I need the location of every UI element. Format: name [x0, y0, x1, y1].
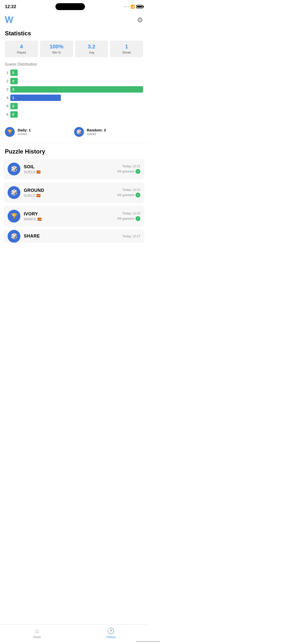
- puzzle-card-soil[interactable]: 🎲 SOIL SUELO 🇪🇸 Today, 12:21 3/6 guesses…: [4, 159, 144, 179]
- puzzle-meta-share: Today, 12:17: [122, 234, 140, 238]
- stats-grid: 4 Played 100% Win % 3.2 Avg 1 Streak: [0, 40, 148, 62]
- dist-row-1: 1 0: [5, 70, 143, 76]
- puzzle-meta-ground: Today, 12:21 4/6 guesses ✓: [117, 188, 140, 198]
- dist-bar-5: 0: [10, 103, 18, 109]
- puzzle-info-ivory: IVORY MARFIL 🇪🇸: [24, 212, 114, 221]
- stat-card-avg: 3.2 Avg: [75, 40, 108, 57]
- daily-icon: 🏆: [5, 127, 15, 137]
- stat-value-win: 100%: [49, 44, 63, 50]
- header: W ⚙: [0, 12, 148, 29]
- puzzle-time-share: Today, 12:17: [122, 234, 140, 238]
- stat-card-streak: 1 Streak: [110, 40, 143, 57]
- dist-bar-value-3: 3: [12, 88, 14, 91]
- stat-value-avg: 3.2: [88, 44, 95, 50]
- dist-bar-2: 0: [10, 78, 18, 84]
- puzzle-time-ground: Today, 12:21: [122, 188, 140, 192]
- puzzle-meta-soil: Today, 12:21 3/6 guesses ✓: [117, 164, 140, 174]
- dist-bar-container-2: 0: [10, 78, 143, 84]
- dist-num-2: 2: [5, 79, 8, 83]
- status-icons: 📶: [124, 5, 143, 8]
- status-time: 12:22: [5, 4, 16, 9]
- puzzle-card-ground[interactable]: 🎲 GROUND SUELO 🇪🇸 Today, 12:21 4/6 guess…: [4, 182, 144, 203]
- puzzle-info-soil: SOIL SUELO 🇪🇸: [24, 164, 114, 174]
- dist-bar-value-5: 0: [12, 104, 14, 108]
- stat-label-played: Played: [17, 51, 26, 54]
- logo-w: W: [5, 15, 13, 25]
- puzzle-guesses-ivory: 3/6 guesses ✓: [117, 216, 140, 221]
- puzzle-card-ivory[interactable]: 🏆 IVORY MARFIL 🇪🇸 Today, 12:20 3/6 guess…: [4, 206, 144, 226]
- dist-row-4: 4 1: [5, 94, 143, 101]
- check-badge-ground: ✓: [135, 192, 140, 198]
- stat-card-played: 4 Played: [5, 40, 38, 57]
- dist-num-6: 6: [5, 112, 8, 116]
- puzzle-info-ground: GROUND SUELO 🇪🇸: [24, 188, 114, 198]
- stat-card-win: 100% Win %: [40, 40, 73, 57]
- daily-sub: solved: [18, 132, 31, 136]
- status-bar: 12:22 📶: [0, 0, 148, 12]
- dist-row-6: 6 0: [5, 111, 143, 118]
- solved-random: 🎲 Random: 3 solved: [74, 127, 143, 137]
- puzzle-guesses-soil: 3/6 guesses ✓: [117, 169, 140, 174]
- signal-dots: [124, 6, 129, 7]
- dist-bar-container-1: 0: [10, 70, 143, 76]
- puzzle-history-title: Puzzle History: [0, 143, 148, 159]
- stat-value-played: 4: [20, 44, 23, 50]
- stat-label-streak: Streak: [122, 51, 131, 54]
- dist-num-5: 5: [5, 104, 8, 108]
- dist-bar-value-2: 0: [12, 79, 14, 83]
- stat-label-avg: Avg: [89, 51, 94, 54]
- puzzle-word-ivory: IVORY: [24, 212, 114, 217]
- dist-bar-container-4: 1: [10, 94, 143, 101]
- dist-bar-value-6: 0: [12, 112, 14, 116]
- puzzle-icon-soil: 🎲: [7, 162, 20, 175]
- dist-row-2: 2 0: [5, 78, 143, 84]
- solved-row: 🏆 Daily: 1 solved 🎲 Random: 3 solved: [0, 124, 148, 143]
- dist-num-3: 3: [5, 88, 8, 91]
- puzzle-word-share: SHARE: [24, 234, 119, 239]
- stat-label-win: Win %: [52, 51, 61, 54]
- dist-row-3: 3 3: [5, 86, 143, 92]
- puzzle-time-soil: Today, 12:21: [122, 164, 140, 168]
- dist-bar-3: 3: [10, 86, 143, 92]
- settings-icon[interactable]: ⚙: [137, 16, 143, 24]
- dist-num-4: 4: [5, 96, 8, 100]
- dynamic-island: [55, 3, 85, 10]
- distribution-title: Guess Distribution: [5, 62, 143, 66]
- puzzle-word-soil: SOIL: [24, 164, 114, 170]
- dist-bar-value-1: 0: [12, 71, 14, 75]
- puzzle-translation-ivory: MARFIL 🇪🇸: [24, 217, 114, 221]
- check-badge-soil: ✓: [135, 169, 140, 174]
- puzzle-translation-ground: SUELO 🇪🇸: [24, 194, 114, 198]
- daily-label: Daily: 1: [18, 128, 31, 132]
- dist-bar-6: 0: [10, 111, 18, 118]
- dist-bar-1: 0: [10, 70, 18, 76]
- dist-row-5: 5 0: [5, 103, 143, 109]
- puzzle-icon-share: 🎲: [7, 230, 20, 243]
- puzzle-guesses-ground: 4/6 guesses ✓: [117, 192, 140, 198]
- puzzle-time-ivory: Today, 12:20: [122, 212, 140, 215]
- puzzle-word-ground: GROUND: [24, 188, 114, 193]
- puzzle-card-share[interactable]: 🎲 SHARE Today, 12:17: [4, 230, 144, 243]
- check-badge-ivory: ✓: [135, 216, 140, 221]
- random-info: Random: 3 solved: [87, 128, 106, 136]
- dist-bar-container-6: 0: [10, 111, 143, 118]
- random-sub: solved: [87, 132, 106, 136]
- statistics-title: Statistics: [0, 29, 148, 40]
- puzzle-meta-ivory: Today, 12:20 3/6 guesses ✓: [117, 212, 140, 221]
- random-icon: 🎲: [74, 127, 84, 137]
- daily-info: Daily: 1 solved: [18, 128, 31, 136]
- puzzle-info-share: SHARE: [24, 234, 119, 239]
- dist-num-1: 1: [5, 71, 8, 75]
- guess-distribution: Guess Distribution 1 0 2 0 3 3: [0, 62, 148, 124]
- battery-icon: [136, 5, 143, 8]
- puzzle-icon-ivory: 🏆: [7, 210, 20, 222]
- solved-daily: 🏆 Daily: 1 solved: [5, 127, 74, 137]
- puzzle-translation-soil: SUELO 🇪🇸: [24, 170, 114, 174]
- dist-bar-container-5: 0: [10, 103, 143, 109]
- stat-value-streak: 1: [125, 44, 128, 50]
- random-label: Random: 3: [87, 128, 106, 132]
- wifi-icon: 📶: [131, 5, 135, 8]
- dist-bar-value-4: 1: [12, 96, 14, 100]
- dist-bar-4: 1: [10, 94, 61, 101]
- logo: W: [5, 15, 13, 25]
